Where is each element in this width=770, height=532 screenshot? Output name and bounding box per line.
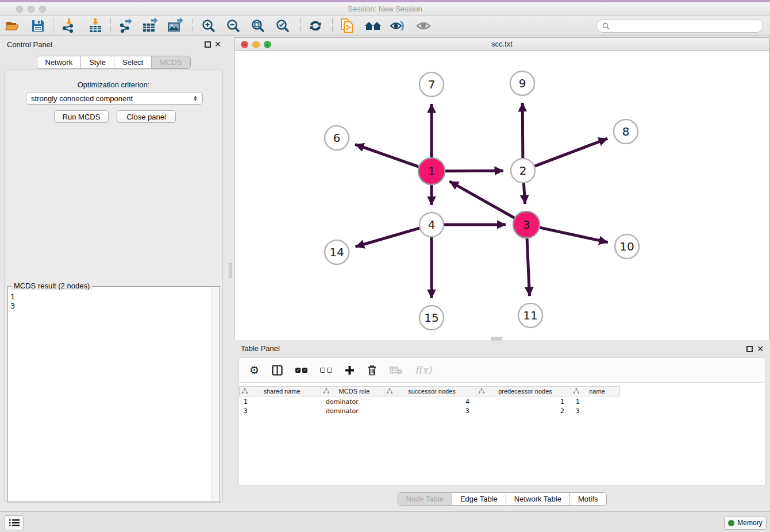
tab-style[interactable]: Style [80,56,114,68]
network-window-title: scc.txt [234,38,769,51]
edge-3-10[interactable] [540,228,607,242]
result-scrollbar[interactable] [211,287,219,501]
minimize-window-button[interactable] [28,6,34,13]
edge-2-8[interactable] [535,138,608,166]
table-panel: Table Panel ✕ ⚙ ✓✓ f(x) shared nameMCDS … [234,342,770,507]
export-image-icon[interactable] [166,18,186,34]
cell-MCDS-role[interactable]: dominator [321,398,384,407]
tab-mcds[interactable]: MCDS [151,56,190,68]
table-panel-header: Table Panel ✕ [234,344,770,354]
table-tab-node-table[interactable]: Node Table [398,493,452,505]
control-panel-title: Control Panel [7,40,52,49]
column-header-name[interactable]: name [571,386,620,396]
cell-shared-name[interactable]: 3 [239,407,321,416]
network-close-button[interactable]: ✕ [241,41,248,48]
mcds-result-box: 1 3 [7,286,220,502]
home-networks-icon[interactable] [363,18,383,34]
node-label-15: 15 [424,311,438,325]
float-panel-icon[interactable] [205,41,211,48]
edge-2-3[interactable] [523,183,525,204]
close-table-panel-icon[interactable]: ✕ [757,346,764,352]
show-all-eye-icon[interactable] [414,18,433,34]
hide-selected-eye-icon[interactable] [388,18,407,34]
node-label-8: 8 [622,125,630,138]
network-graph[interactable]: 7968124314101511 [234,51,769,340]
cell-successor-nodes[interactable]: 4 [384,398,476,407]
search-input[interactable] [613,22,763,30]
table-row[interactable]: 1dominator411 [239,398,620,407]
table-tabs: Node TableEdge TableNetwork TableMotifs [397,492,606,506]
control-panel-header: Control Panel ✕ [0,40,227,51]
save-session-icon[interactable] [28,18,48,34]
cell-name[interactable]: 1 [571,398,620,407]
column-header-MCDS-role[interactable]: MCDS role [321,386,384,396]
export-table-icon[interactable] [141,18,160,34]
edge-3-1[interactable] [449,182,514,218]
zoom-window-button[interactable] [39,6,46,13]
cell-shared-name[interactable]: 1 [239,398,321,407]
table-row[interactable]: 3dominator323 [239,407,620,416]
tab-network[interactable]: Network [37,56,80,68]
zoom-in-icon[interactable] [199,18,218,34]
zoom-out-icon[interactable] [224,18,243,34]
network-resize-grip[interactable] [491,337,502,341]
close-window-button[interactable] [16,6,23,13]
run-mcds-button[interactable]: Run MCDS [54,110,109,123]
task-history-button[interactable] [5,515,24,530]
node-label-14: 14 [329,245,344,259]
table-tab-edge-table[interactable]: Edge Table [452,493,506,505]
import-table-icon[interactable] [86,18,105,34]
column-header-predecessor-nodes[interactable]: predecessor nodes [476,386,571,396]
edge-1-6[interactable] [355,144,418,167]
deselect-all-columns-icon[interactable] [320,368,332,373]
node-label-4: 4 [428,218,436,232]
close-panel-icon[interactable]: ✕ [214,41,221,48]
tab-select[interactable]: Select [114,56,151,68]
cell-predecessor-nodes[interactable]: 1 [476,398,571,407]
memory-button[interactable]: Memory [724,516,767,530]
clone-network-icon[interactable] [337,18,356,34]
refresh-icon[interactable] [306,18,325,34]
delete-column-trash-icon[interactable] [367,365,377,376]
export-network-icon[interactable] [116,18,136,34]
sort-hierarchy-icon [479,388,484,395]
network-maximize-button[interactable]: ＋ [264,41,271,48]
main-toolbar [0,16,770,36]
network-canvas[interactable]: 7968124314101511 [234,51,769,340]
search-icon [602,22,610,30]
network-view-window: ✕ − ＋ scc.txt 7968124314101511 [234,37,770,340]
cell-MCDS-role[interactable]: dominator [321,407,384,416]
search-field[interactable] [596,19,763,33]
column-header-shared-name[interactable]: shared name [239,386,321,396]
criterion-select[interactable]: strongly connected component ▲▼ [26,92,203,105]
table-tab-network-table[interactable]: Network Table [506,493,569,505]
edge-4-14[interactable] [356,228,419,246]
edge-2-9[interactable] [522,103,523,158]
column-header-successor-nodes[interactable]: successor nodes [384,386,476,396]
panel-splitter-grip[interactable] [229,263,232,278]
memory-label: Memory [737,519,762,527]
open-session-icon[interactable] [3,18,23,34]
window-traffic-lights[interactable] [16,6,46,13]
table-settings-gear-icon[interactable]: ⚙ [249,364,259,377]
edge-1-2[interactable] [445,171,503,171]
close-panel-button[interactable]: Close panel [117,110,176,123]
zoom-fit-icon[interactable] [248,18,268,34]
zoom-selected-icon[interactable] [273,18,292,34]
float-table-panel-icon[interactable] [746,346,753,352]
sort-hierarchy-icon [573,388,579,395]
cell-name[interactable]: 3 [571,407,620,416]
network-window-titlebar[interactable]: ✕ − ＋ scc.txt [234,38,769,51]
import-network-icon[interactable] [59,18,78,34]
node-label-11: 11 [523,309,537,322]
select-all-columns-icon[interactable]: ✓✓ [295,368,307,373]
edge-3-11[interactable] [527,238,529,296]
cell-successor-nodes[interactable]: 3 [384,407,476,416]
node-label-7: 7 [428,78,436,91]
node-label-10: 10 [619,240,634,253]
add-column-icon[interactable] [345,365,355,375]
network-minimize-button[interactable]: − [252,41,260,48]
table-tab-motifs[interactable]: Motifs [569,493,606,505]
column-browser-icon[interactable] [272,365,283,376]
cell-predecessor-nodes[interactable]: 2 [476,407,571,416]
